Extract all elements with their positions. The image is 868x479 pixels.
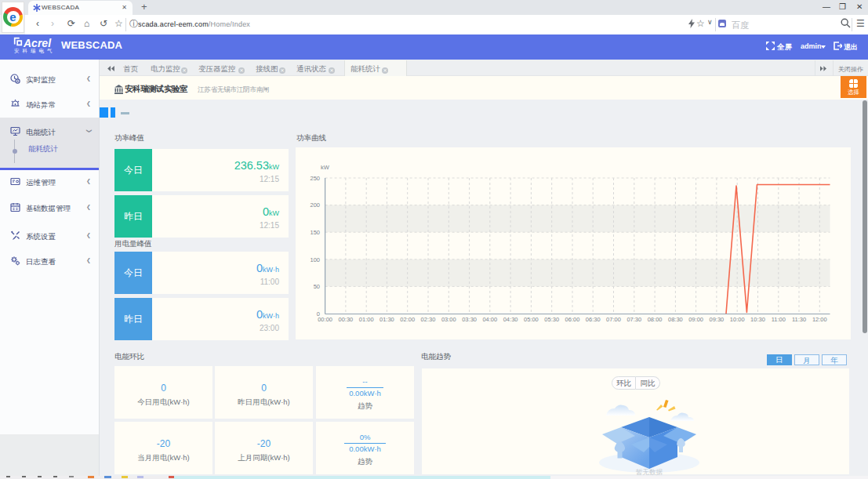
svg-text:kW: kW: [321, 164, 330, 171]
svg-text:11:00: 11:00: [772, 316, 786, 323]
svg-text:09:30: 09:30: [710, 316, 725, 323]
svg-text:08:30: 08:30: [668, 316, 683, 323]
svg-text:02:30: 02:30: [421, 316, 436, 323]
svg-text:06:30: 06:30: [586, 316, 601, 323]
svg-text:02:00: 02:00: [400, 316, 415, 323]
svg-text:01:00: 01:00: [359, 316, 374, 323]
svg-text:50: 50: [314, 283, 320, 290]
svg-text:06:00: 06:00: [565, 316, 580, 323]
svg-text:07:30: 07:30: [626, 316, 641, 323]
svg-text:01:30: 01:30: [380, 316, 394, 323]
svg-text:08:00: 08:00: [648, 316, 663, 323]
svg-text:11:30: 11:30: [792, 316, 806, 323]
svg-text:04:00: 04:00: [482, 316, 497, 323]
svg-text:200: 200: [310, 201, 320, 209]
svg-text:04:30: 04:30: [503, 316, 518, 323]
svg-text:05:30: 05:30: [544, 316, 559, 323]
svg-text:暂无数据: 暂无数据: [635, 468, 663, 476]
svg-text:03:30: 03:30: [462, 316, 477, 323]
svg-text:07:00: 07:00: [606, 316, 621, 323]
svg-text:250: 250: [310, 175, 320, 182]
svg-text:10:30: 10:30: [750, 316, 765, 323]
svg-text:09:00: 09:00: [688, 316, 703, 323]
svg-text:100: 100: [310, 256, 320, 263]
svg-text:03:00: 03:00: [441, 316, 456, 323]
svg-text:00:00: 00:00: [318, 316, 332, 323]
svg-text:10:00: 10:00: [730, 316, 745, 323]
svg-text:00:30: 00:30: [339, 316, 354, 323]
svg-text:05:00: 05:00: [524, 316, 539, 323]
svg-text:12:00: 12:00: [812, 316, 827, 323]
svg-text:150: 150: [310, 229, 320, 236]
